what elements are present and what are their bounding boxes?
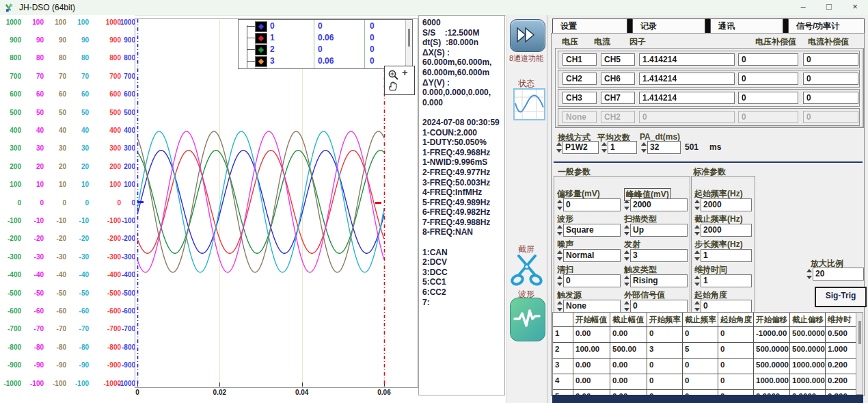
segment-table-cell[interactable]: 500.0000 [754, 343, 790, 359]
general-param-spinner[interactable]: Normal [557, 249, 621, 262]
tab-3[interactable]: 通讯 [710, 18, 783, 33]
zoom-ratio-spinner[interactable]: 20 [806, 268, 864, 281]
spinner-down-icon[interactable] [624, 257, 629, 261]
spinner-down-icon[interactable] [624, 283, 629, 286]
segment-table-cell[interactable]: -1000.00 [754, 327, 790, 343]
current-comp-field[interactable]: 0 [803, 73, 858, 85]
factor-field[interactable]: 1.414214 [639, 92, 735, 104]
pa-dt-spinner-value[interactable]: 32 [647, 141, 681, 154]
average-count-spinner[interactable]: 1 [601, 141, 637, 154]
voltage-comp-field[interactable]: 0 [738, 92, 798, 104]
voltage-channel-field[interactable]: CH2 [562, 73, 597, 85]
segment-table-cell[interactable]: 0 [647, 359, 683, 374]
standard-param-spinner-value[interactable]: 2000 [701, 198, 752, 211]
segment-table-scrollbar[interactable] [856, 312, 863, 395]
general-param-spinner[interactable]: Rising [624, 274, 688, 287]
maximize-button[interactable]: □ [816, 0, 842, 15]
segment-table-cell[interactable]: 4 [553, 374, 573, 390]
general-param-spinner-value[interactable]: Up [630, 224, 688, 237]
voltage-comp-field[interactable]: 0 [738, 53, 798, 66]
general-param-spinner-arrows[interactable] [624, 224, 630, 237]
current-channel-field[interactable]: CH6 [601, 73, 635, 85]
segment-table-row[interactable]: 2100.00500.00350500.0000500.00001.000 [553, 343, 856, 359]
segment-table-cell[interactable]: 0.00 [573, 359, 610, 374]
channel-legend[interactable]: 00010.06020030.060400 [238, 19, 413, 69]
spinner-up-icon[interactable] [624, 301, 629, 304]
general-param-spinner-value[interactable]: 0 [563, 274, 621, 287]
factor-field[interactable]: 1.414214 [639, 73, 735, 85]
waveform-button[interactable] [510, 298, 545, 341]
status-waveform-icon[interactable] [513, 88, 545, 120]
zoom-ratio-spinner-value[interactable]: 20 [813, 268, 864, 281]
waveform-plot[interactable] [135, 18, 418, 388]
general-param-spinner-value[interactable]: Rising [630, 274, 688, 287]
segment-table-cell[interactable]: 0.00 [610, 374, 647, 390]
segment-table-cell[interactable]: 0.500 [826, 327, 856, 343]
spinner-down-icon[interactable] [694, 257, 700, 261]
segment-table-cell[interactable]: 0 [718, 374, 754, 390]
factor-field[interactable]: 1.414214 [639, 53, 735, 66]
segment-table-cell[interactable]: 100.00 [573, 343, 610, 359]
spinner-up-icon[interactable] [557, 250, 562, 254]
segment-table-cell[interactable]: 500.0000 [790, 327, 826, 343]
segment-table-cell[interactable]: 0 [647, 374, 683, 390]
general-param-spinner-value[interactable]: 0 [563, 198, 621, 211]
current-comp-field[interactable]: 0 [803, 92, 858, 104]
segment-table-cell[interactable]: 0.00 [610, 327, 647, 343]
legend-marker-icon[interactable] [255, 68, 267, 69]
spinner-up-icon[interactable] [557, 276, 562, 279]
segment-table-cell[interactable]: 0 [718, 359, 754, 374]
wiring-mode-spinner[interactable]: P1W2 [556, 141, 599, 154]
tab-1[interactable]: 设置 [552, 18, 627, 33]
current-channel-field[interactable]: CH7 [601, 92, 635, 104]
voltage-comp-field[interactable]: 0 [738, 73, 798, 85]
segment-table-cell[interactable]: 0 [683, 374, 718, 390]
wiring-mode-spinner-arrows[interactable] [556, 141, 562, 154]
segment-table-row[interactable]: 30.000.00000500.00001000.0000.200 [553, 359, 856, 374]
segment-table-cell[interactable]: 0 [683, 327, 718, 343]
spinner-down-icon[interactable] [624, 308, 629, 311]
current-comp-field[interactable]: 0 [803, 53, 858, 66]
standard-param-spinner-arrows[interactable] [694, 249, 701, 262]
spinner-up-icon[interactable] [557, 225, 562, 229]
spinner-down-icon[interactable] [624, 232, 629, 235]
general-param-spinner[interactable]: 0 [624, 300, 688, 313]
legend-marker-icon[interactable] [255, 56, 267, 67]
pa-dt-spinner[interactable]: 32 [641, 141, 681, 154]
segment-table-cell[interactable]: 5 [683, 343, 718, 359]
segment-table-cell[interactable]: 500.0000 [754, 359, 790, 374]
legend-marker-icon[interactable] [255, 21, 267, 32]
segment-table[interactable]: 开始幅值截止幅值开始频率截止频率起始角度开始偏移截止偏移维持时10.000.00… [552, 312, 857, 396]
pa-dt-spinner-arrows[interactable] [641, 141, 647, 154]
segment-table-cell[interactable]: 500.00 [610, 343, 647, 359]
segment-table-cell[interactable]: 0 [718, 327, 754, 343]
spinner-down-icon[interactable] [694, 283, 700, 286]
zoom-plus-icon[interactable]: + [402, 66, 408, 78]
legend-scrollbar[interactable] [405, 20, 412, 68]
general-param-spinner-value[interactable]: 2000 [630, 198, 688, 211]
general-param-spinner[interactable]: 0 [557, 198, 621, 211]
standard-param-spinner-value[interactable]: 2000 [701, 224, 752, 237]
waveform-canvas[interactable] [135, 19, 418, 387]
segment-table-cell[interactable]: 1 [553, 327, 573, 343]
legend-marker-icon[interactable] [255, 44, 267, 55]
general-param-spinner-arrows[interactable] [557, 274, 563, 287]
spinner-up-icon[interactable] [806, 269, 812, 272]
general-param-spinner-value[interactable]: None [563, 300, 621, 313]
spinner-down-icon[interactable] [694, 232, 700, 235]
general-param-spinner-arrows[interactable] [624, 198, 630, 211]
standard-param-spinner-arrows[interactable] [694, 224, 701, 237]
spinner-up-icon[interactable] [556, 142, 562, 146]
spinner-down-icon[interactable] [624, 207, 629, 210]
spinner-up-icon[interactable] [557, 301, 562, 304]
voltage-channel-field[interactable]: CH3 [562, 92, 597, 104]
spinner-up-icon[interactable] [694, 301, 700, 304]
legend-row[interactable]: 10.060 [239, 33, 412, 44]
standard-param-spinner[interactable]: 2000 [694, 198, 752, 211]
general-param-spinner[interactable]: Square [557, 224, 621, 237]
segment-table-cell[interactable]: 1.000 [826, 343, 856, 359]
tab-2[interactable]: 记录 [632, 18, 705, 33]
channel8-function-button[interactable] [510, 19, 545, 52]
zoom-ratio-spinner-arrows[interactable] [806, 268, 813, 281]
segment-table-cell[interactable]: 0 [683, 359, 718, 374]
